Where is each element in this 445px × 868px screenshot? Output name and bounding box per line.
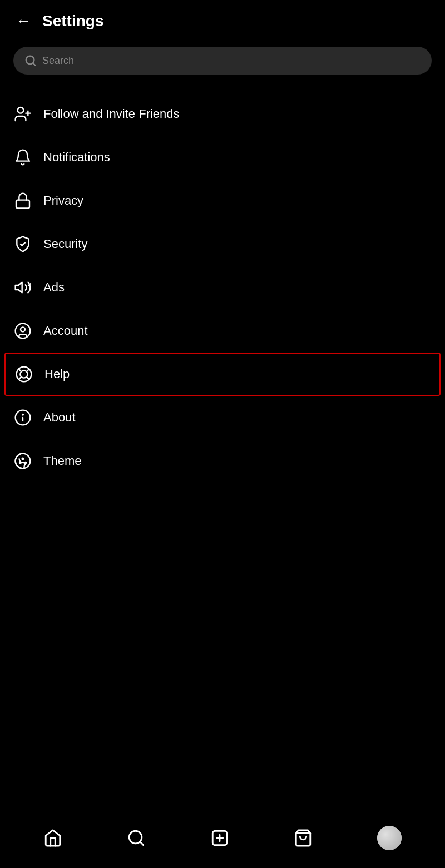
search-bar[interactable] [13,47,432,75]
menu-item-security-label: Security [43,237,87,251]
search-input[interactable] [42,55,421,67]
menu-item-follow-invite-label: Follow and Invite Friends [43,107,180,121]
nav-shop[interactable] [289,824,317,852]
menu-item-about-label: About [43,410,76,425]
svg-line-14 [27,378,29,380]
bottom-nav [0,812,445,868]
svg-line-13 [19,369,21,371]
menu-item-privacy[interactable]: Privacy [0,179,445,222]
svg-point-2 [18,107,24,113]
menu-item-security[interactable]: Security [0,222,445,266]
svg-point-20 [22,414,23,415]
bell-icon [13,148,32,167]
nav-create[interactable] [206,824,234,852]
shield-check-icon [13,235,32,254]
svg-line-26 [140,842,144,845]
add-person-icon [13,105,32,123]
back-button[interactable]: ← [13,11,33,31]
menu-item-account[interactable]: Account [0,309,445,353]
palette-icon [13,452,32,470]
page-title: Settings [42,12,103,30]
svg-line-15 [19,378,21,380]
search-icon [24,54,37,67]
account-circle-icon [13,321,32,340]
lock-icon [13,191,32,210]
menu-item-theme-label: Theme [43,454,81,468]
svg-point-12 [20,370,27,378]
menu-item-notifications[interactable]: Notifications [0,136,445,179]
menu-item-help[interactable]: Help [4,353,441,396]
header: ← Settings [0,0,445,40]
svg-line-16 [27,369,29,371]
menu-item-ads-label: Ads [43,280,65,295]
search-container [0,40,445,88]
menu-item-account-label: Account [43,324,88,338]
avatar-image [377,826,402,850]
nav-home[interactable] [39,824,67,852]
info-circle-icon [13,408,32,427]
help-circle-icon [14,365,33,384]
menu-item-help-label: Help [44,367,70,381]
svg-marker-6 [16,282,22,293]
svg-point-9 [16,324,31,339]
menu-item-theme[interactable]: Theme [0,439,445,483]
menu-list: Follow and Invite Friends Notifications … [0,88,445,487]
menu-item-privacy-label: Privacy [43,194,83,208]
menu-item-notifications-label: Notifications [43,150,110,165]
avatar [377,826,402,850]
svg-point-10 [21,327,25,331]
nav-search[interactable] [122,824,150,852]
megaphone-icon [13,278,32,297]
svg-point-23 [22,458,24,460]
svg-line-1 [33,63,35,65]
menu-item-ads[interactable]: Ads [0,266,445,309]
svg-rect-5 [16,200,29,209]
menu-item-about[interactable]: About [0,396,445,439]
back-arrow-icon: ← [16,13,31,29]
menu-item-follow-invite[interactable]: Follow and Invite Friends [0,92,445,136]
nav-profile[interactable] [373,821,406,855]
